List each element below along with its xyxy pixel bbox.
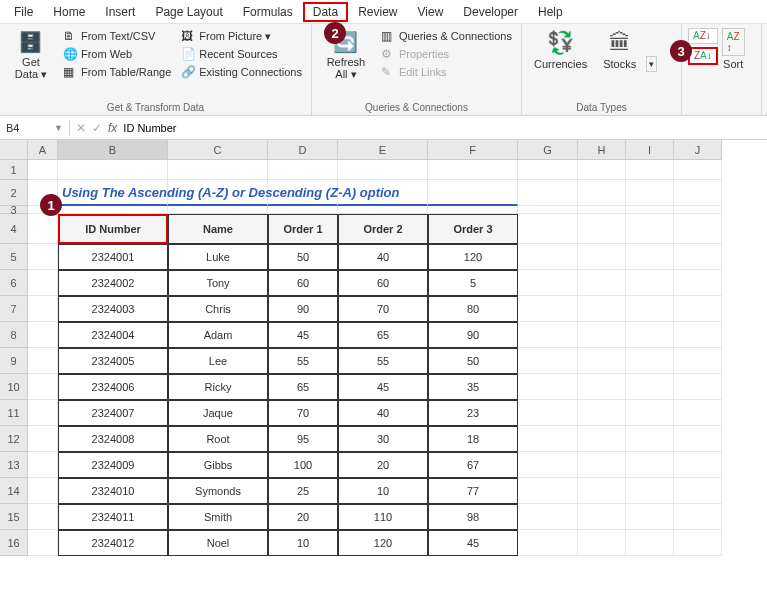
cell-G12[interactable]: [518, 426, 578, 452]
cell-G8[interactable]: [518, 322, 578, 348]
name-box[interactable]: B4▼: [0, 120, 70, 136]
cell-B2[interactable]: Using The Ascending (A-Z) or Descending …: [58, 180, 168, 206]
cell-I9[interactable]: [626, 348, 674, 374]
menu-data[interactable]: Data: [303, 2, 348, 22]
cell-B5[interactable]: 2324001: [58, 244, 168, 270]
queries-connections-button[interactable]: ▥Queries & Connections: [378, 28, 515, 44]
get-data-button[interactable]: 🗄️ Get Data ▾: [6, 28, 56, 82]
cell-F3[interactable]: [428, 206, 518, 214]
cell-G9[interactable]: [518, 348, 578, 374]
cell-D15[interactable]: 20: [268, 504, 338, 530]
from-table-button[interactable]: ▦From Table/Range: [60, 64, 174, 80]
cell-H11[interactable]: [578, 400, 626, 426]
cell-I12[interactable]: [626, 426, 674, 452]
row-header-1[interactable]: 1: [0, 160, 28, 180]
cell-D13[interactable]: 100: [268, 452, 338, 478]
cell-F13[interactable]: 67: [428, 452, 518, 478]
col-header-H[interactable]: H: [578, 140, 626, 160]
cell-D7[interactable]: 90: [268, 296, 338, 322]
cell-H15[interactable]: [578, 504, 626, 530]
cell-B3[interactable]: [58, 206, 168, 214]
cell-B4[interactable]: ID Number: [58, 214, 168, 244]
cell-H8[interactable]: [578, 322, 626, 348]
col-header-F[interactable]: F: [428, 140, 518, 160]
cell-D5[interactable]: 50: [268, 244, 338, 270]
cell-C12[interactable]: Root: [168, 426, 268, 452]
cell-I14[interactable]: [626, 478, 674, 504]
cell-J6[interactable]: [674, 270, 722, 296]
cell-B15[interactable]: 2324011: [58, 504, 168, 530]
sort-descending-button[interactable]: ZA↓: [688, 47, 718, 65]
cell-B14[interactable]: 2324010: [58, 478, 168, 504]
col-header-A[interactable]: A: [28, 140, 58, 160]
cell-A15[interactable]: [28, 504, 58, 530]
cell-C8[interactable]: Adam: [168, 322, 268, 348]
row-header-9[interactable]: 9: [0, 348, 28, 374]
cell-J9[interactable]: [674, 348, 722, 374]
cell-F2[interactable]: [428, 180, 518, 206]
cell-A9[interactable]: [28, 348, 58, 374]
col-header-I[interactable]: I: [626, 140, 674, 160]
cell-H3[interactable]: [578, 206, 626, 214]
cell-J15[interactable]: [674, 504, 722, 530]
cell-J12[interactable]: [674, 426, 722, 452]
cell-A10[interactable]: [28, 374, 58, 400]
cell-A12[interactable]: [28, 426, 58, 452]
existing-connections-button[interactable]: 🔗Existing Connections: [178, 64, 305, 80]
cell-I13[interactable]: [626, 452, 674, 478]
cell-I11[interactable]: [626, 400, 674, 426]
cell-C16[interactable]: Noel: [168, 530, 268, 556]
cell-H13[interactable]: [578, 452, 626, 478]
cell-H10[interactable]: [578, 374, 626, 400]
cell-A16[interactable]: [28, 530, 58, 556]
fx-confirm-icon[interactable]: ✓: [92, 121, 102, 135]
cell-E9[interactable]: 55: [338, 348, 428, 374]
cell-I6[interactable]: [626, 270, 674, 296]
cell-I16[interactable]: [626, 530, 674, 556]
cell-E11[interactable]: 40: [338, 400, 428, 426]
cell-B9[interactable]: 2324005: [58, 348, 168, 374]
col-header-J[interactable]: J: [674, 140, 722, 160]
cell-F10[interactable]: 35: [428, 374, 518, 400]
cell-D9[interactable]: 55: [268, 348, 338, 374]
menu-home[interactable]: Home: [43, 2, 95, 22]
cell-C10[interactable]: Ricky: [168, 374, 268, 400]
cell-I2[interactable]: [626, 180, 674, 206]
cell-I4[interactable]: [626, 214, 674, 244]
col-header-G[interactable]: G: [518, 140, 578, 160]
cell-H9[interactable]: [578, 348, 626, 374]
row-header-11[interactable]: 11: [0, 400, 28, 426]
cell-A5[interactable]: [28, 244, 58, 270]
cell-J13[interactable]: [674, 452, 722, 478]
cell-C7[interactable]: Chris: [168, 296, 268, 322]
cell-G16[interactable]: [518, 530, 578, 556]
cell-E4[interactable]: Order 2: [338, 214, 428, 244]
cell-H4[interactable]: [578, 214, 626, 244]
cell-F12[interactable]: 18: [428, 426, 518, 452]
currencies-button[interactable]: 💱Currencies: [528, 28, 593, 72]
cell-D4[interactable]: Order 1: [268, 214, 338, 244]
chevron-down-icon[interactable]: ▼: [54, 123, 63, 133]
cell-F8[interactable]: 90: [428, 322, 518, 348]
cell-H1[interactable]: [578, 160, 626, 180]
cell-D6[interactable]: 60: [268, 270, 338, 296]
from-picture-button[interactable]: 🖼From Picture ▾: [178, 28, 305, 44]
recent-sources-button[interactable]: 📄Recent Sources: [178, 46, 305, 62]
cell-C5[interactable]: Luke: [168, 244, 268, 270]
cell-J5[interactable]: [674, 244, 722, 270]
col-header-E[interactable]: E: [338, 140, 428, 160]
cell-D14[interactable]: 25: [268, 478, 338, 504]
row-header-7[interactable]: 7: [0, 296, 28, 322]
row-header-4[interactable]: 4: [0, 214, 28, 244]
fx-icon[interactable]: fx: [108, 121, 117, 135]
cell-F16[interactable]: 45: [428, 530, 518, 556]
cell-E5[interactable]: 40: [338, 244, 428, 270]
cell-C1[interactable]: [168, 160, 268, 180]
cell-J2[interactable]: [674, 180, 722, 206]
cell-E3[interactable]: [338, 206, 428, 214]
cell-E7[interactable]: 70: [338, 296, 428, 322]
menu-review[interactable]: Review: [348, 2, 407, 22]
cell-B13[interactable]: 2324009: [58, 452, 168, 478]
cell-B8[interactable]: 2324004: [58, 322, 168, 348]
cell-A8[interactable]: [28, 322, 58, 348]
